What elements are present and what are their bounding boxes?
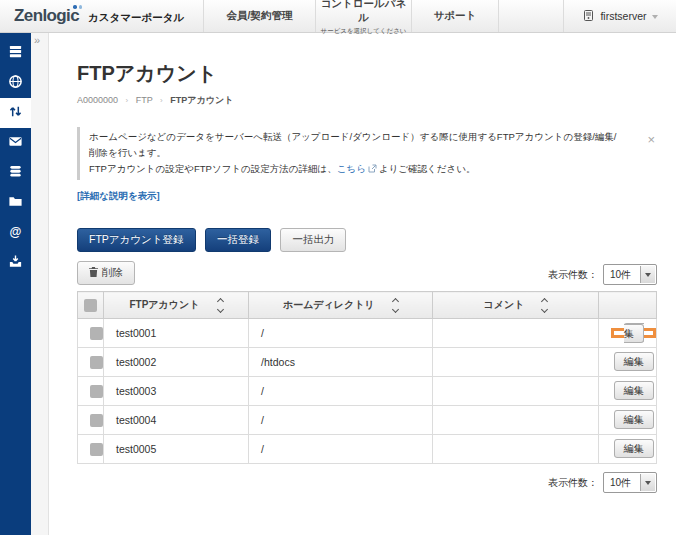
svg-text:@: @ bbox=[10, 224, 22, 238]
main-content: FTPアカウント A0000000 › FTP › FTPアカウント ホームペー… bbox=[49, 33, 676, 540]
sidebar-item-domain[interactable] bbox=[0, 68, 31, 98]
sort-icon bbox=[393, 299, 398, 312]
select-all-checkbox[interactable] bbox=[84, 299, 97, 312]
cell-home: / bbox=[249, 435, 433, 464]
display-count-label: 表示件数： bbox=[548, 476, 598, 490]
column-header-comment[interactable]: コメント bbox=[432, 292, 599, 319]
table-row: test0002 /htdocs 編集 bbox=[78, 348, 657, 377]
cell-home: /htdocs bbox=[249, 348, 433, 377]
show-detail-link[interactable]: [詳細な説明を表示] bbox=[77, 190, 160, 203]
server-tower-icon bbox=[584, 10, 593, 23]
nav-member-contract[interactable]: 会員/契約管理 bbox=[203, 0, 315, 32]
info-notice: ホームページなどのデータをサーバーへ転送（アップロード/ダウンロード）する際に使… bbox=[77, 127, 657, 180]
bulk-register-button[interactable]: 一括登録 bbox=[205, 228, 271, 252]
display-count-top: 表示件数： 10件 bbox=[548, 264, 657, 285]
sidebar-item-install[interactable] bbox=[0, 248, 31, 278]
cell-account: test0003 bbox=[104, 377, 249, 406]
logo-dots-icon bbox=[73, 5, 82, 9]
column-label: ホームディレクトリ bbox=[283, 299, 375, 310]
nav-control-panel-label: コントロールパネル bbox=[316, 0, 411, 25]
sort-icon bbox=[542, 299, 547, 312]
page-size-select-bottom[interactable]: 10件 bbox=[603, 472, 657, 493]
collapsed-subpanel-rail bbox=[31, 33, 49, 535]
server-list-icon bbox=[8, 44, 23, 63]
ftp-accounts-table: FTPアカウント ホームディレクトリ コメント test0001 / 編集 te… bbox=[77, 291, 657, 464]
page-size-value: 10件 bbox=[610, 268, 631, 282]
column-header-home-directory[interactable]: ホームディレクトリ bbox=[249, 292, 433, 319]
sidebar-item-database[interactable] bbox=[0, 158, 31, 188]
breadcrumb-separator: › bbox=[126, 96, 129, 105]
chevron-down-icon bbox=[652, 15, 658, 19]
edit-button[interactable]: 編集 bbox=[624, 323, 644, 343]
nav-support[interactable]: サポート bbox=[411, 0, 499, 32]
sidebar-item-servers[interactable] bbox=[0, 38, 31, 68]
notice-line2-tail: よりご確認ください。 bbox=[379, 163, 476, 174]
logo-text: Zenlogic bbox=[14, 6, 79, 26]
globe-icon bbox=[8, 74, 23, 93]
column-header-ftp-account[interactable]: FTPアカウント bbox=[104, 292, 249, 319]
close-icon[interactable]: × bbox=[647, 133, 655, 146]
sidebar-item-files[interactable] bbox=[0, 188, 31, 218]
table-row: test0005 / 編集 bbox=[78, 435, 657, 464]
nav-support-label: サポート bbox=[434, 9, 477, 23]
select-arrow-icon bbox=[640, 474, 655, 491]
column-header-actions bbox=[599, 292, 657, 319]
nav-member-contract-label: 会員/契約管理 bbox=[227, 9, 293, 23]
cell-account: test0005 bbox=[104, 435, 249, 464]
kochira-link[interactable]: こちら bbox=[337, 163, 366, 174]
delete-button-label: 削除 bbox=[102, 266, 123, 280]
nav-control-panel[interactable]: コントロールパネル サービスを選択してください bbox=[315, 0, 411, 32]
folder-icon bbox=[8, 194, 23, 213]
column-label: コメント bbox=[483, 299, 524, 310]
toolbar: FTPアカウント登録 一括登録 一括出力 bbox=[77, 228, 657, 252]
delete-button[interactable]: 削除 bbox=[77, 261, 135, 285]
external-link-icon bbox=[368, 162, 377, 178]
sidebar-item-email-at[interactable]: @ bbox=[0, 218, 31, 248]
account-menu[interactable]: firstserver bbox=[563, 0, 676, 32]
edit-button[interactable]: 編集 bbox=[614, 352, 654, 371]
cell-account: test0004 bbox=[104, 406, 249, 435]
at-sign-icon: @ bbox=[8, 224, 23, 243]
breadcrumb-current: FTPアカウント bbox=[170, 95, 233, 105]
breadcrumb: A0000000 › FTP › FTPアカウント bbox=[77, 94, 657, 107]
edit-button[interactable]: 編集 bbox=[614, 381, 654, 400]
cell-comment bbox=[432, 348, 599, 377]
breadcrumb-ftp[interactable]: FTP bbox=[136, 95, 153, 105]
sort-icon bbox=[218, 299, 223, 312]
sidebar-item-ftp-transfer[interactable] bbox=[0, 98, 31, 128]
edit-button[interactable]: 編集 bbox=[614, 410, 654, 429]
transfer-arrows-icon bbox=[8, 104, 23, 123]
breadcrumb-separator: › bbox=[160, 96, 163, 105]
page-size-select-top[interactable]: 10件 bbox=[603, 264, 657, 285]
cell-home: / bbox=[249, 319, 433, 348]
page-title: FTPアカウント bbox=[77, 60, 657, 87]
expand-panel-icon[interactable]: » bbox=[34, 34, 40, 46]
row-checkbox[interactable] bbox=[90, 327, 103, 340]
notice-line1: ホームページなどのデータをサーバーへ転送（アップロード/ダウンロード）する際に使… bbox=[89, 129, 623, 161]
select-all-cell bbox=[78, 292, 104, 319]
zenlogic-logo[interactable]: Zenlogic カスタマーポータル bbox=[0, 0, 203, 32]
row-checkbox[interactable] bbox=[90, 385, 103, 398]
mail-icon bbox=[8, 134, 23, 153]
cell-home: / bbox=[249, 406, 433, 435]
page-size-value: 10件 bbox=[610, 476, 631, 490]
cell-account: test0001 bbox=[104, 319, 249, 348]
cell-comment bbox=[432, 435, 599, 464]
nav-control-panel-sublabel: サービスを選択してください bbox=[320, 27, 406, 36]
bulk-export-button[interactable]: 一括出力 bbox=[280, 228, 346, 252]
row-checkbox[interactable] bbox=[90, 443, 103, 456]
cell-comment bbox=[432, 406, 599, 435]
edit-button[interactable]: 編集 bbox=[614, 439, 654, 458]
table-row: test0001 / 編集 bbox=[78, 319, 657, 348]
sidebar-item-mail[interactable] bbox=[0, 128, 31, 158]
row-checkbox[interactable] bbox=[90, 356, 103, 369]
row-checkbox[interactable] bbox=[90, 414, 103, 427]
ftp-account-register-button[interactable]: FTPアカウント登録 bbox=[77, 228, 196, 252]
cell-home: / bbox=[249, 377, 433, 406]
database-icon bbox=[8, 164, 23, 183]
breadcrumb-account-id[interactable]: A0000000 bbox=[77, 95, 118, 105]
table-header-row: FTPアカウント ホームディレクトリ コメント bbox=[78, 292, 657, 319]
table-row: test0003 / 編集 bbox=[78, 377, 657, 406]
cell-account: test0002 bbox=[104, 348, 249, 377]
column-label: FTPアカウント bbox=[129, 299, 199, 310]
